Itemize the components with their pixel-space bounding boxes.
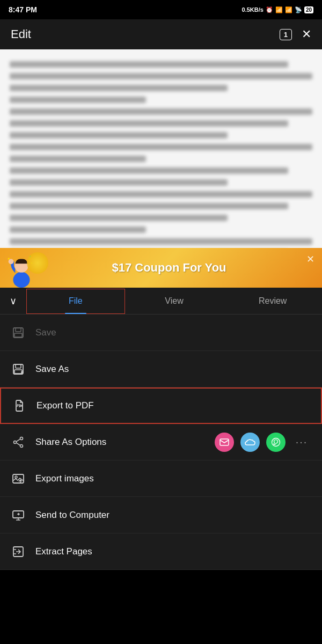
tab-file[interactable]: File	[26, 288, 125, 314]
extract-pages-label: Extract Pages	[35, 546, 311, 557]
blur-line	[10, 203, 288, 209]
signal-icon: 📶	[275, 6, 283, 13]
save-icon	[11, 325, 26, 340]
save-label: Save	[35, 327, 311, 338]
chevron-down-icon: ∨	[10, 295, 17, 307]
blur-line	[10, 156, 146, 162]
svg-rect-10	[16, 364, 21, 368]
share-cloud-icon[interactable]	[240, 433, 260, 452]
page-title: Edit	[11, 27, 31, 41]
svg-point-12	[20, 437, 23, 440]
menu-item-save-as[interactable]: Save As	[0, 351, 322, 387]
wifi-icon: 📡	[295, 6, 302, 13]
close-icon[interactable]: ✕	[302, 27, 311, 41]
menu-item-send-computer[interactable]: Send to Computer	[0, 497, 322, 533]
share-quick-icons: ···	[215, 433, 311, 452]
svg-rect-11	[14, 370, 22, 374]
blur-line	[10, 191, 312, 197]
document-preview	[0, 49, 322, 248]
blur-line	[10, 238, 312, 245]
blur-line	[10, 132, 228, 138]
menu-list: Save Save As Export to PDF	[0, 314, 322, 570]
tab-view[interactable]: View	[125, 288, 224, 314]
svg-point-13	[14, 441, 17, 443]
coupon-banner[interactable]: ✦ ✦ ✦ $17 Coupon For You ✕	[0, 248, 322, 288]
svg-point-18	[15, 476, 17, 478]
svg-rect-7	[16, 328, 21, 332]
status-time: 8:47 PM	[9, 5, 37, 14]
svg-point-14	[20, 444, 23, 447]
menu-item-save[interactable]: Save	[0, 314, 322, 351]
blur-line	[10, 226, 146, 233]
blur-line	[10, 108, 312, 115]
blur-line	[10, 120, 288, 127]
blur-line	[10, 215, 228, 221]
svg-rect-15	[220, 439, 229, 445]
top-bar-actions: 1 ✕	[280, 27, 311, 41]
share-email-icon[interactable]	[215, 433, 234, 452]
export-images-icon	[11, 471, 26, 486]
blur-line	[10, 179, 228, 186]
coupon-close-icon[interactable]: ✕	[306, 253, 314, 265]
svg-rect-8	[14, 333, 22, 337]
blur-line	[10, 85, 228, 91]
blur-line	[10, 167, 288, 174]
blur-line	[10, 61, 288, 68]
save-as-icon	[11, 362, 26, 377]
battery-indicator: 20	[304, 6, 313, 13]
clock-icon: ⏰	[266, 6, 273, 13]
top-bar: Edit 1 ✕	[0, 19, 322, 49]
tab-count-badge[interactable]: 1	[280, 29, 292, 40]
send-computer-label: Send to Computer	[35, 510, 311, 521]
svg-point-0	[13, 272, 30, 288]
export-pdf-label: Export to PDF	[36, 400, 310, 411]
menu-item-share[interactable]: Share As Options ···	[0, 424, 322, 460]
extract-pages-icon	[11, 544, 26, 559]
menu-item-export-images[interactable]: Export images	[0, 460, 322, 497]
network-speed: 0.5KB/s	[242, 6, 264, 13]
blur-line	[10, 73, 312, 79]
blur-line	[10, 144, 312, 150]
save-as-label: Save As	[35, 364, 311, 375]
share-label: Share As Options	[35, 437, 215, 448]
menu-collapse-button[interactable]: ∨	[0, 288, 26, 314]
signal-icon-2: 📶	[285, 6, 292, 13]
export-pdf-icon	[12, 398, 27, 413]
status-indicators: 0.5KB/s ⏰ 📶 📶 📡 20	[242, 6, 313, 13]
coupon-text: $17 Coupon For You	[112, 261, 226, 275]
export-images-label: Export images	[35, 473, 311, 484]
share-whatsapp-icon[interactable]	[266, 433, 286, 452]
status-bar: 8:47 PM 0.5KB/s ⏰ 📶 📶 📡 20	[0, 0, 322, 19]
share-icon	[11, 435, 26, 450]
send-computer-icon	[11, 508, 26, 523]
blur-line	[10, 97, 146, 103]
share-more-icon[interactable]: ···	[292, 433, 311, 452]
svg-point-16	[272, 438, 280, 446]
document-content	[0, 49, 322, 248]
menu-item-export-pdf[interactable]: Export to PDF	[0, 387, 322, 424]
tab-review[interactable]: Review	[223, 288, 322, 314]
svg-text:✦: ✦	[7, 257, 11, 261]
svg-rect-17	[13, 474, 24, 483]
menu-tab-bar: ∨ File View Review	[0, 288, 322, 314]
coupon-coin-icon	[27, 252, 48, 274]
menu-item-extract-pages[interactable]: Extract Pages	[0, 533, 322, 570]
